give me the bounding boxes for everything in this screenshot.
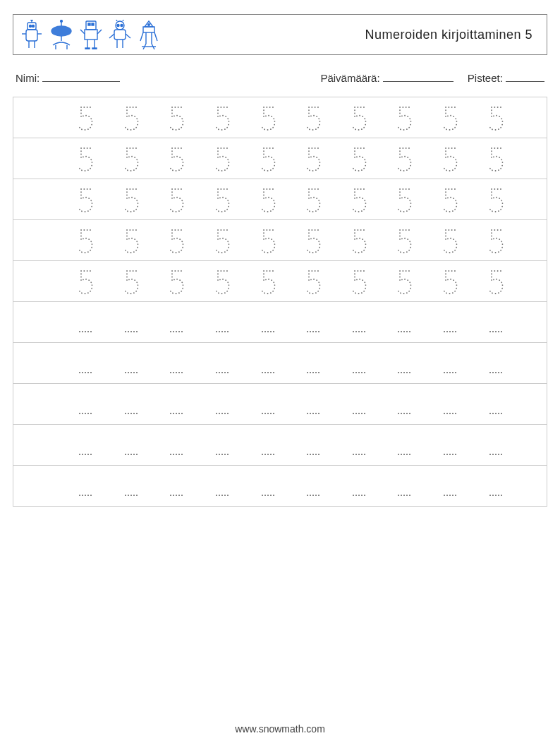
trace-digit-cell[interactable]	[473, 226, 518, 255]
trace-digit-cell[interactable]	[154, 186, 200, 214]
trace-digit-cell[interactable]	[291, 104, 336, 132]
blank-practice-cell[interactable]	[336, 394, 382, 414]
blank-practice-cell[interactable]	[382, 476, 427, 496]
trace-digit-cell[interactable]	[473, 145, 518, 173]
blank-practice-cell[interactable]	[109, 394, 154, 414]
blank-practice-cell[interactable]	[427, 394, 473, 414]
trace-digit-cell[interactable]	[336, 226, 382, 255]
blank-practice-cell[interactable]	[427, 354, 473, 373]
trace-digit-cell[interactable]	[473, 267, 518, 296]
trace-digit-cell[interactable]	[291, 226, 336, 255]
blank-practice-cell[interactable]	[63, 313, 109, 332]
trace-digit-cell[interactable]	[291, 145, 336, 173]
blank-practice-cell[interactable]	[245, 354, 291, 373]
trace-digit-cell[interactable]	[291, 186, 336, 214]
blank-practice-cell[interactable]	[427, 476, 473, 496]
blank-practice-cell[interactable]	[109, 354, 154, 373]
name-blank[interactable]	[42, 71, 120, 82]
trace-digit-cell[interactable]	[473, 104, 518, 132]
trace-digit-cell[interactable]	[200, 226, 245, 255]
blank-practice-cell[interactable]	[382, 313, 427, 332]
trace-digit-cell[interactable]	[154, 226, 200, 255]
blank-practice-cell[interactable]	[336, 476, 382, 496]
blank-practice-cell[interactable]	[473, 394, 518, 414]
blank-practice-cell[interactable]	[245, 394, 291, 414]
blank-practice-cell[interactable]	[382, 354, 427, 373]
blank-practice-cell[interactable]	[473, 354, 518, 373]
trace-digit-cell[interactable]	[154, 145, 200, 173]
blank-practice-cell[interactable]	[154, 435, 200, 455]
trace-digit-cell[interactable]	[336, 145, 382, 173]
trace-digit-cell[interactable]	[63, 186, 109, 214]
blank-practice-cell[interactable]	[336, 313, 382, 332]
blank-practice-cell[interactable]	[200, 435, 245, 455]
blank-practice-cell[interactable]	[245, 435, 291, 455]
trace-digit-cell[interactable]	[336, 104, 382, 132]
trace-digit-cell[interactable]	[63, 145, 109, 173]
trace-digit-cell[interactable]	[109, 186, 154, 214]
score-blank[interactable]	[506, 71, 544, 82]
blank-practice-cell[interactable]	[63, 476, 109, 496]
blank-practice-cell[interactable]	[154, 354, 200, 373]
trace-digit-cell[interactable]	[200, 267, 245, 296]
trace-digit-cell[interactable]	[63, 267, 109, 296]
blank-practice-cell[interactable]	[336, 435, 382, 455]
trace-digit-cell[interactable]	[427, 104, 473, 132]
blank-practice-cell[interactable]	[245, 313, 291, 332]
trace-digit-cell[interactable]	[245, 145, 291, 173]
blank-practice-cell[interactable]	[291, 354, 336, 373]
blank-practice-cell[interactable]	[154, 313, 200, 332]
trace-digit-cell[interactable]	[245, 226, 291, 255]
trace-digit-cell[interactable]	[154, 104, 200, 132]
blank-practice-cell[interactable]	[473, 476, 518, 496]
trace-digit-cell[interactable]	[154, 267, 200, 296]
blank-practice-cell[interactable]	[200, 354, 245, 373]
blank-practice-cell[interactable]	[109, 476, 154, 496]
trace-digit-cell[interactable]	[291, 267, 336, 296]
trace-digit-cell[interactable]	[382, 267, 427, 296]
trace-digit-cell[interactable]	[200, 145, 245, 173]
trace-digit-cell[interactable]	[245, 186, 291, 214]
trace-digit-cell[interactable]	[473, 186, 518, 214]
blank-practice-cell[interactable]	[200, 476, 245, 496]
trace-digit-cell[interactable]	[109, 226, 154, 255]
trace-digit-cell[interactable]	[427, 186, 473, 214]
trace-digit-cell[interactable]	[63, 104, 109, 132]
trace-digit-cell[interactable]	[200, 186, 245, 214]
blank-practice-cell[interactable]	[109, 313, 154, 332]
trace-digit-cell[interactable]	[109, 145, 154, 173]
blank-practice-cell[interactable]	[154, 394, 200, 414]
trace-digit-cell[interactable]	[382, 104, 427, 132]
trace-digit-cell[interactable]	[109, 267, 154, 296]
trace-digit-cell[interactable]	[382, 226, 427, 255]
blank-practice-cell[interactable]	[291, 313, 336, 332]
blank-practice-cell[interactable]	[291, 476, 336, 496]
blank-practice-cell[interactable]	[382, 435, 427, 455]
trace-digit-cell[interactable]	[245, 104, 291, 132]
blank-practice-cell[interactable]	[336, 354, 382, 373]
blank-practice-cell[interactable]	[382, 394, 427, 414]
blank-practice-cell[interactable]	[291, 435, 336, 455]
trace-digit-cell[interactable]	[382, 145, 427, 173]
date-blank[interactable]	[383, 71, 454, 82]
trace-digit-cell[interactable]	[200, 104, 245, 132]
blank-practice-cell[interactable]	[473, 313, 518, 332]
blank-practice-cell[interactable]	[63, 435, 109, 455]
trace-digit-cell[interactable]	[382, 186, 427, 214]
trace-digit-cell[interactable]	[245, 267, 291, 296]
blank-practice-cell[interactable]	[63, 394, 109, 414]
blank-practice-cell[interactable]	[109, 435, 154, 455]
trace-digit-cell[interactable]	[427, 145, 473, 173]
blank-practice-cell[interactable]	[200, 313, 245, 332]
trace-digit-cell[interactable]	[109, 104, 154, 132]
blank-practice-cell[interactable]	[427, 313, 473, 332]
blank-practice-cell[interactable]	[427, 435, 473, 455]
blank-practice-cell[interactable]	[291, 394, 336, 414]
trace-digit-cell[interactable]	[336, 186, 382, 214]
blank-practice-cell[interactable]	[473, 435, 518, 455]
trace-digit-cell[interactable]	[336, 267, 382, 296]
blank-practice-cell[interactable]	[245, 476, 291, 496]
blank-practice-cell[interactable]	[63, 354, 109, 373]
blank-practice-cell[interactable]	[200, 394, 245, 414]
blank-practice-cell[interactable]	[154, 476, 200, 496]
